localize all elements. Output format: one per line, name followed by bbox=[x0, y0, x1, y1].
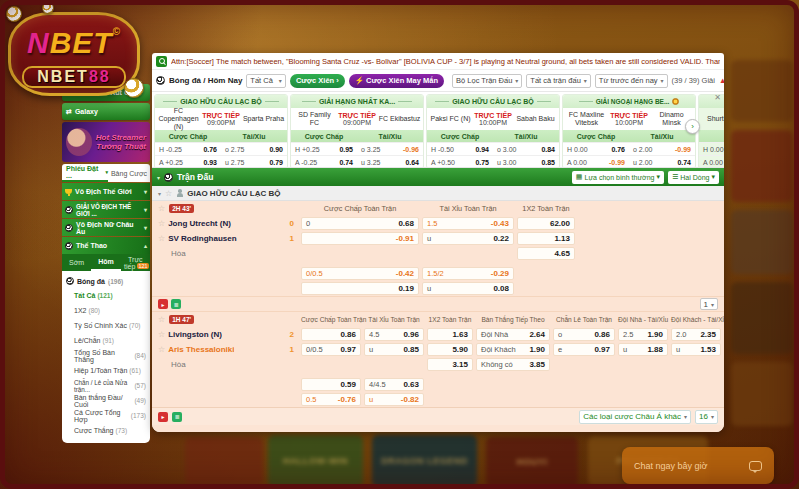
date-range-select[interactable]: Từ trước đến nay▾ bbox=[595, 74, 668, 88]
featured-match-card[interactable]: GIAO HỮU CÂU LẠC BỘ Paksi FC (N) TRỰC TI… bbox=[426, 94, 560, 168]
tab-early[interactable]: Sớm bbox=[62, 259, 91, 266]
lucky-parlay-button[interactable]: ⚡Cược Xiên May Mắn bbox=[349, 74, 444, 88]
featured-match-card[interactable]: GIẢI HẠNG NHẤT KA... SD Family FC TRỰC T… bbox=[290, 94, 424, 168]
close-icon[interactable]: ✕ bbox=[714, 93, 721, 102]
live-stream-icon[interactable]: ▸ bbox=[158, 412, 168, 422]
odds-cell[interactable]: 0/0.5-0.42 bbox=[301, 267, 419, 280]
accordion-sports[interactable]: Thể Thao▴ bbox=[62, 237, 150, 254]
odds-cell[interactable]: 2.02.35 bbox=[671, 328, 721, 341]
featured-match-card[interactable]: GIAO HỮU CÂU LẠC BỘ FC Copenhagen (N) TR… bbox=[154, 94, 288, 168]
sidebar-item-first-last-goal[interactable]: Bàn thắng Đầu/ Cuối(49) bbox=[62, 393, 150, 408]
favorite-star-icon[interactable]: ☆ bbox=[158, 234, 165, 243]
odds-cell[interactable]: u0.22 bbox=[422, 232, 514, 245]
bet-count-select[interactable]: 16▾ bbox=[695, 410, 718, 424]
odds-cell[interactable]: 4.50.96 bbox=[364, 328, 424, 341]
league-header[interactable]: ▾ ☆ GIAO HỮU CÂU LẠC BỘ bbox=[152, 186, 724, 201]
odds-cell[interactable]: u1.53 bbox=[671, 343, 721, 356]
favorite-star-icon[interactable]: ☆ bbox=[158, 204, 165, 213]
sidebar-item-half-odd-even[interactable]: Chẵn / Lẻ của Nửa trận...(57) bbox=[62, 378, 150, 393]
featured-match-card[interactable]: GIẢI... Shurt... Cược Chấp H 0.00 A 0.00 bbox=[698, 94, 724, 168]
live-stream-icon[interactable]: ▸ bbox=[158, 299, 168, 309]
odds-cell[interactable]: 0.85 bbox=[533, 159, 559, 166]
odds-cell[interactable]: 0.93 bbox=[195, 159, 221, 166]
all-matches-select[interactable]: Tất cả trận đấu▾ bbox=[526, 74, 590, 88]
sidebar-item-correct-score[interactable]: Tỷ Số Chính Xác(70) bbox=[62, 318, 150, 333]
odds-cell[interactable]: -0.99 bbox=[603, 159, 629, 166]
odds-cell[interactable]: 0.75 bbox=[467, 159, 493, 166]
odds-cell[interactable]: -0.96 bbox=[397, 146, 423, 153]
odds-cell[interactable]: 62.00 bbox=[517, 217, 575, 230]
sidebar-item-all[interactable]: Tất Cả(121) bbox=[62, 288, 150, 303]
tab-live[interactable]: Trực tiếp121 bbox=[121, 256, 150, 270]
sidebar-item-mix-bets[interactable]: Cá Cược Tổng Hợp(173) bbox=[62, 408, 150, 423]
odds-cell[interactable]: 1.5/2-0.29 bbox=[422, 267, 514, 280]
odds-cell[interactable]: 3.15 bbox=[427, 358, 473, 371]
sidebar-item-total-goals[interactable]: Tổng Số Bàn Thắng(84) bbox=[62, 348, 150, 363]
favorite-star-icon[interactable]: ☆ bbox=[158, 315, 165, 324]
odds-cell[interactable]: 4.65 bbox=[517, 247, 575, 260]
odds-cell[interactable]: 2.51.90 bbox=[618, 328, 668, 341]
favorite-star-icon[interactable]: ☆ bbox=[158, 219, 165, 228]
odds-cell[interactable]: 0.86 bbox=[301, 328, 361, 341]
odds-cell[interactable]: 0.84 bbox=[533, 146, 559, 153]
favorite-star-icon[interactable]: ☆ bbox=[158, 345, 165, 354]
chevron-down-icon[interactable]: ▾ bbox=[157, 174, 160, 181]
sidebar-item-outright[interactable]: Cược Thắng(73) bbox=[62, 423, 150, 438]
accordion-world-champ[interactable]: Vô Địch Thế Giới▾ bbox=[62, 183, 150, 200]
match-filter-select[interactable]: Bộ Lọc Trận Đấu▾ bbox=[452, 74, 522, 88]
odds-cell[interactable]: 0.59 bbox=[301, 378, 361, 391]
row-mode-select[interactable]: ☰Hai Dòng▾ bbox=[668, 171, 719, 184]
odds-cell[interactable]: u0.08 bbox=[422, 282, 514, 295]
odds-cell[interactable]: 0.5-0.76 bbox=[301, 393, 361, 406]
tab-bet-board[interactable]: Bảng Cược bbox=[108, 170, 150, 177]
accordion-world-cup[interactable]: GIẢI VÔ ĐỊCH THẾ GIỚI ...▾ bbox=[62, 201, 150, 218]
odds-cell[interactable]: -0.99 bbox=[669, 146, 695, 153]
odds-cell[interactable]: 0.79 bbox=[261, 159, 287, 166]
odds-cell[interactable]: u-0.82 bbox=[364, 393, 424, 406]
stats-icon[interactable]: ≣ bbox=[171, 299, 181, 309]
odds-cell[interactable]: Không có3.85 bbox=[476, 358, 550, 371]
odds-cell[interactable]: Đội Khách1.90 bbox=[476, 343, 550, 356]
odds-cell[interactable]: 1.13 bbox=[517, 232, 575, 245]
odds-cell[interactable]: -0.91 bbox=[301, 232, 419, 245]
featured-match-card[interactable]: GIẢI NGOẠI HẠNG BE... FC Maxline Vitebsk… bbox=[562, 94, 696, 168]
odds-cell[interactable]: 1.63 bbox=[427, 328, 473, 341]
favorite-star-icon[interactable]: ☆ bbox=[158, 330, 165, 339]
other-asian-bets-select[interactable]: Các loại cược Châu Á khác▾ bbox=[579, 410, 691, 424]
odds-cell[interactable]: 0/0.50.97 bbox=[301, 343, 361, 356]
odds-cell[interactable]: 4/4.50.63 bbox=[364, 378, 424, 391]
odds-cell[interactable]: 1.5-0.43 bbox=[422, 217, 514, 230]
odds-cell[interactable]: 0.76 bbox=[603, 146, 629, 153]
odds-cell[interactable]: Đội Nhà2.64 bbox=[476, 328, 550, 341]
carousel-next-button[interactable]: › bbox=[685, 119, 700, 134]
odds-cell[interactable]: o0.86 bbox=[553, 328, 615, 341]
odds-cell[interactable]: 0.74 bbox=[331, 159, 357, 166]
odds-cell[interactable]: 0.76 bbox=[195, 146, 221, 153]
nbet88-logo[interactable]: NBET© NBET88 bbox=[8, 12, 140, 96]
odds-cell[interactable]: 0.94 bbox=[467, 146, 493, 153]
odds-cell[interactable]: 0.64 bbox=[397, 159, 423, 166]
sidebar-item-odd-even[interactable]: Lẻ/Chẵn(91) bbox=[62, 333, 150, 348]
page-select[interactable]: 1▾ bbox=[700, 298, 718, 310]
odds-cell[interactable]: 0.95 bbox=[331, 146, 357, 153]
odds-cell[interactable]: 5.90 bbox=[427, 343, 473, 356]
sidebar-galaxy-button[interactable]: ⇄Galaxy bbox=[62, 103, 150, 120]
mix-parlay-button[interactable]: Cược Xiên› bbox=[290, 74, 345, 88]
favorite-star-icon[interactable]: ☆ bbox=[165, 189, 172, 198]
odds-cell[interactable]: e0.97 bbox=[553, 343, 615, 356]
view-mode-select[interactable]: ▦Lựa chọn bình thường▾ bbox=[572, 171, 664, 184]
odds-cell[interactable]: 0.74 bbox=[669, 159, 695, 166]
sidebar-item-ht-ft[interactable]: Hiệp 1/Toàn Trận(61) bbox=[62, 363, 150, 378]
accordion-women-euro[interactable]: Vô Địch Nữ Châu Âu▾ bbox=[62, 219, 150, 236]
tab-bet-slip[interactable]: Phiếu Đặt ...▾ bbox=[62, 164, 108, 182]
sidebar-item-1x2[interactable]: 1X2(80) bbox=[62, 303, 150, 318]
odds-cell[interactable]: 00.68 bbox=[301, 217, 419, 230]
odds-cell[interactable]: 0.90 bbox=[261, 146, 287, 153]
chat-now-button[interactable]: Chat ngay bây giờ bbox=[622, 447, 774, 484]
market-filter-select[interactable]: Tất Cả▾ bbox=[246, 74, 286, 88]
stats-icon[interactable]: ≣ bbox=[172, 412, 182, 422]
odds-cell[interactable]: u0.85 bbox=[364, 343, 424, 356]
tab-today[interactable]: Hôm Nay bbox=[91, 254, 120, 271]
odds-cell[interactable]: 0.19 bbox=[301, 282, 419, 295]
odds-cell[interactable]: u1.88 bbox=[618, 343, 668, 356]
